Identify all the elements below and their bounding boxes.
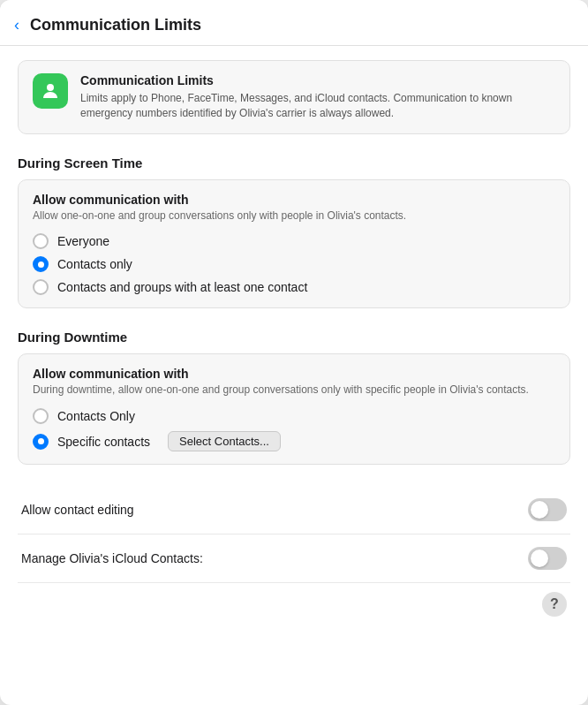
screen-time-contacts-groups-option[interactable]: Contacts and groups with at least one co… <box>33 279 555 295</box>
help-button-row: ? <box>18 583 570 620</box>
downtime-specific-contacts-option[interactable]: Specific contacts Select Contacts... <box>33 431 555 451</box>
screen-time-contacts-only-label: Contacts only <box>57 257 132 271</box>
downtime-specific-contacts-label: Specific contacts <box>57 435 150 449</box>
page-title: Communication Limits <box>30 16 201 34</box>
content-area: Communication Limits Limits apply to Pho… <box>0 46 588 705</box>
downtime-specific-contacts-radio[interactable] <box>33 434 49 450</box>
screen-time-contacts-only-radio[interactable] <box>33 256 49 272</box>
screen-time-card: Allow communication with Allow one-on-on… <box>18 179 570 309</box>
downtime-contacts-only-label: Contacts Only <box>57 409 135 423</box>
person-icon <box>40 80 61 102</box>
manage-icloud-contacts-toggle[interactable] <box>528 547 567 570</box>
window: ‹ Communication Limits Communication Lim… <box>0 0 588 705</box>
downtime-contacts-only-radio[interactable] <box>33 408 49 424</box>
back-button[interactable]: ‹ <box>14 16 23 34</box>
screen-time-contacts-groups-label: Contacts and groups with at least one co… <box>57 280 307 294</box>
screen-time-contacts-only-option[interactable]: Contacts only <box>33 256 555 272</box>
screen-time-card-subtitle: Allow one-on-one and group conversations… <box>33 208 555 224</box>
select-contacts-button[interactable]: Select Contacts... <box>168 431 281 451</box>
downtime-card-subtitle: During downtime, allow one-on-one and gr… <box>33 383 555 398</box>
downtime-card-title: Allow communication with <box>33 367 555 381</box>
screen-time-everyone-radio[interactable] <box>33 233 49 249</box>
downtime-section-label: During Downtime <box>18 330 570 345</box>
screen-time-card-title: Allow communication with <box>33 193 555 207</box>
screen-time-contacts-groups-radio[interactable] <box>33 279 49 295</box>
info-card: Communication Limits Limits apply to Pho… <box>18 60 570 134</box>
allow-contact-editing-row: Allow contact editing <box>18 486 570 534</box>
downtime-contacts-only-option[interactable]: Contacts Only <box>33 408 555 424</box>
header: ‹ Communication Limits <box>0 0 588 46</box>
manage-icloud-contacts-thumb <box>531 550 548 567</box>
info-card-description: Limits apply to Phone, FaceTime, Message… <box>80 91 555 121</box>
allow-contact-editing-label: Allow contact editing <box>21 503 134 517</box>
info-card-title: Communication Limits <box>80 73 555 87</box>
allow-contact-editing-thumb <box>531 501 548 519</box>
screen-time-everyone-label: Everyone <box>57 234 109 248</box>
communication-limits-icon <box>33 73 68 109</box>
manage-icloud-contacts-label: Manage Olivia's iCloud Contacts: <box>21 551 203 565</box>
manage-icloud-contacts-row: Manage Olivia's iCloud Contacts: <box>18 534 570 583</box>
screen-time-everyone-option[interactable]: Everyone <box>33 233 555 249</box>
downtime-card: Allow communication with During downtime… <box>18 353 570 465</box>
screen-time-section-label: During Screen Time <box>18 155 570 171</box>
svg-point-0 <box>47 84 54 91</box>
allow-contact-editing-toggle[interactable] <box>528 498 567 521</box>
help-button[interactable]: ? <box>542 592 567 617</box>
